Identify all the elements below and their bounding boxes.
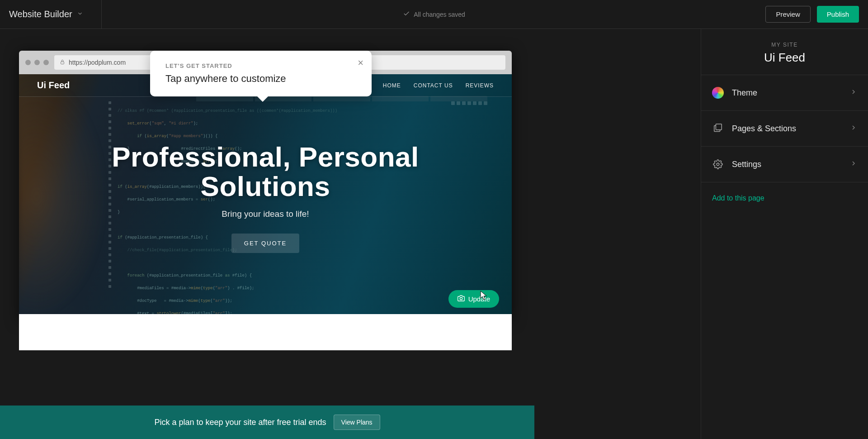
camera-icon (458, 295, 465, 303)
save-status-text: All changes saved (414, 11, 465, 18)
sidebar-item-label: Pages & Sections (732, 124, 796, 134)
chevron-right-icon (850, 160, 857, 169)
add-to-page-link[interactable]: Add to this page (712, 194, 764, 202)
hero-title[interactable]: Professional, Personal Solutions (19, 142, 512, 201)
close-icon[interactable]: × (358, 57, 363, 69)
my-site-label: MY SITE (712, 42, 857, 48)
view-plans-button[interactable]: View Plans (334, 415, 380, 430)
hero-subtitle[interactable]: Bring your ideas to life! (19, 209, 512, 219)
site-logo[interactable]: Ui Feed (37, 80, 70, 91)
hero-cta-button[interactable]: GET QUOTE (231, 234, 299, 253)
publish-button[interactable]: Publish (817, 6, 859, 23)
window-dot (34, 60, 40, 65)
sidebar-item-settings[interactable]: Settings (701, 147, 868, 182)
hero-title-line1: Professional, Personal (19, 142, 512, 172)
header-actions: Preview Publish (765, 6, 859, 23)
site-menu-home[interactable]: HOME (383, 82, 401, 89)
site-menu-contact[interactable]: CONTACT US (414, 82, 453, 89)
chevron-right-icon (850, 124, 857, 133)
window-dot (43, 60, 49, 65)
save-status-group: All changes saved (403, 10, 465, 19)
trial-banner: Pick a plan to keep your site after free… (0, 406, 534, 439)
app-header: Website Builder All changes saved Previe… (0, 0, 868, 29)
color-wheel-icon (712, 87, 724, 99)
sidebar-item-label: Theme (732, 88, 757, 98)
svg-point-4 (717, 163, 719, 166)
app-title-group[interactable]: Website Builder (9, 0, 102, 29)
lock-icon (60, 59, 65, 66)
chevron-down-icon (77, 10, 83, 18)
right-sidebar: MY SITE Ui Feed Theme Pages & Sections (701, 29, 868, 439)
onboarding-tooltip: × LET'S GET STARTED Tap anywhere to cust… (150, 51, 372, 96)
pages-icon (712, 123, 724, 134)
hero-section[interactable]: Professional, Personal Solutions Bring y… (19, 142, 512, 253)
check-icon (403, 10, 410, 19)
add-section: Add to this page (701, 182, 868, 214)
window-controls (25, 60, 49, 65)
site-menu: HOME CONTACT US REVIEWS (383, 82, 494, 89)
sidebar-header: MY SITE Ui Feed (701, 29, 868, 75)
window-dot (25, 60, 31, 65)
tooltip-arrow (256, 95, 269, 102)
update-label: Update (468, 295, 490, 303)
tooltip-eyebrow: LET'S GET STARTED (165, 62, 356, 69)
hero-title-line2: Solutions (19, 172, 512, 201)
svg-rect-0 (61, 62, 64, 64)
sidebar-item-label: Settings (732, 160, 761, 169)
site-menu-reviews[interactable]: REVIEWS (466, 82, 494, 89)
app-title: Website Builder (9, 9, 72, 19)
sidebar-item-theme[interactable]: Theme (701, 75, 868, 111)
update-button[interactable]: Update (448, 290, 499, 308)
sidebar-item-pages[interactable]: Pages & Sections (701, 111, 868, 147)
canvas-area[interactable]: https://podplum.com Ui Feed HOME CONTACT… (0, 29, 701, 439)
url-text: https://podplum.com (69, 59, 126, 66)
tooltip-text: Tap anywhere to customize (165, 73, 356, 85)
chevron-right-icon (850, 88, 857, 97)
next-section-peek[interactable] (19, 314, 512, 350)
banner-text: Pick a plan to keep your site after free… (154, 418, 326, 427)
site-preview[interactable]: Ui Feed HOME CONTACT US REVIEWS (19, 74, 512, 319)
svg-rect-3 (716, 124, 722, 130)
svg-point-1 (460, 297, 462, 300)
gear-icon (712, 158, 724, 170)
preview-button[interactable]: Preview (765, 6, 810, 23)
site-name[interactable]: Ui Feed (712, 51, 857, 65)
